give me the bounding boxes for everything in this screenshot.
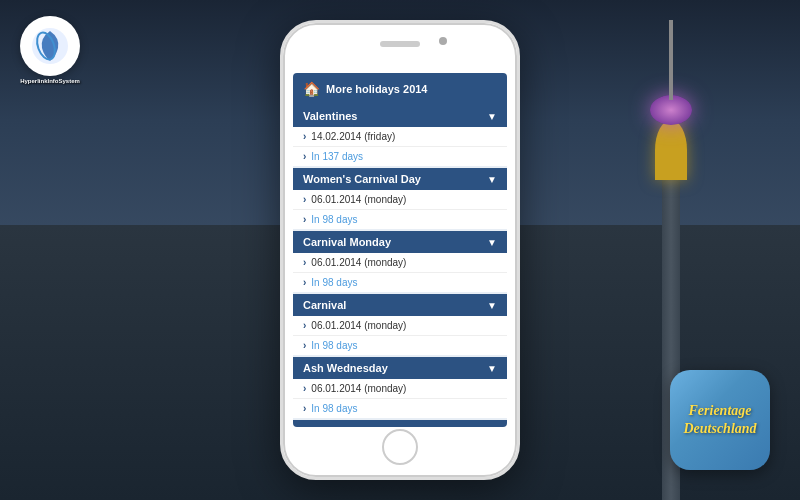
chevron-right-icon: › bbox=[303, 277, 306, 288]
rhine-tower-needle bbox=[669, 20, 673, 100]
holiday-days-item: › In 98 days bbox=[293, 273, 507, 292]
holiday-name: Women's Carnival Day bbox=[303, 173, 421, 185]
app-icon[interactable]: Ferientage Deutschland bbox=[670, 370, 770, 470]
holiday-section: Ash Wednesday ▼ › 06.01.2014 (monday) › … bbox=[293, 357, 507, 418]
company-logo: HyperlinkInfoSystem bbox=[10, 10, 90, 90]
holiday-section: Valentines ▼ › 14.02.2014 (friday) › In … bbox=[293, 105, 507, 166]
holiday-date: 06.01.2014 (monday) bbox=[311, 194, 406, 205]
holiday-days: In 98 days bbox=[311, 277, 357, 288]
holiday-date: 06.01.2014 (monday) bbox=[311, 257, 406, 268]
chevron-right-icon: › bbox=[303, 151, 306, 162]
holiday-header[interactable]: Valentines ▼ bbox=[293, 105, 507, 127]
dropdown-arrow-icon: ▼ bbox=[487, 237, 497, 248]
chevron-right-icon: › bbox=[303, 194, 306, 205]
holiday-items: › 06.01.2014 (monday) › In 98 days bbox=[293, 253, 507, 292]
holiday-name: Palm Sunday bbox=[303, 425, 372, 427]
holiday-days: In 137 days bbox=[311, 151, 363, 162]
holiday-items: › 06.01.2014 (monday) › In 98 days bbox=[293, 190, 507, 229]
chevron-right-icon: › bbox=[303, 320, 306, 331]
holiday-section: Women's Carnival Day ▼ › 06.01.2014 (mon… bbox=[293, 168, 507, 229]
dropdown-arrow-icon: ▼ bbox=[487, 426, 497, 428]
holiday-date: 14.02.2014 (friday) bbox=[311, 131, 395, 142]
holiday-section: Palm Sunday ▼ › 06.01.2014 (monday) › In… bbox=[293, 420, 507, 427]
holiday-name: Carnival bbox=[303, 299, 346, 311]
chevron-right-icon: › bbox=[303, 131, 306, 142]
phone-frame: 🏠 More holidays 2014 Valentines ▼ › 14.0… bbox=[280, 20, 520, 480]
chevron-right-icon: › bbox=[303, 383, 306, 394]
app-icon-line2: Deutschland bbox=[683, 421, 756, 436]
chevron-right-icon: › bbox=[303, 403, 306, 414]
chevron-right-icon: › bbox=[303, 340, 306, 351]
holiday-date: 06.01.2014 (monday) bbox=[311, 383, 406, 394]
home-icon: 🏠 bbox=[303, 81, 320, 97]
holiday-items: › 06.01.2014 (monday) › In 98 days bbox=[293, 379, 507, 418]
phone-wrapper: 🏠 More holidays 2014 Valentines ▼ › 14.0… bbox=[280, 20, 520, 480]
holiday-header[interactable]: Carnival ▼ bbox=[293, 294, 507, 316]
holiday-items: › 06.01.2014 (monday) › In 98 days bbox=[293, 316, 507, 355]
holidays-list: Valentines ▼ › 14.02.2014 (friday) › In … bbox=[293, 105, 507, 427]
holiday-header[interactable]: Palm Sunday ▼ bbox=[293, 420, 507, 427]
holiday-name: Carnival Monday bbox=[303, 236, 391, 248]
app-header: 🏠 More holidays 2014 bbox=[293, 73, 507, 105]
logo-svg bbox=[30, 26, 70, 66]
holiday-header[interactable]: Women's Carnival Day ▼ bbox=[293, 168, 507, 190]
holiday-days: In 98 days bbox=[311, 214, 357, 225]
holiday-header[interactable]: Ash Wednesday ▼ bbox=[293, 357, 507, 379]
phone-home-button[interactable] bbox=[382, 429, 418, 465]
app-header-title: More holidays 2014 bbox=[326, 83, 428, 95]
logo-text: HyperlinkInfoSystem bbox=[10, 78, 90, 85]
holiday-date-item: › 06.01.2014 (monday) bbox=[293, 253, 507, 273]
holiday-date-item: › 06.01.2014 (monday) bbox=[293, 316, 507, 336]
dropdown-arrow-icon: ▼ bbox=[487, 111, 497, 122]
phone-screen: 🏠 More holidays 2014 Valentines ▼ › 14.0… bbox=[293, 73, 507, 427]
holiday-section: Carnival ▼ › 06.01.2014 (monday) › In 98… bbox=[293, 294, 507, 355]
holiday-days-item: › In 98 days bbox=[293, 336, 507, 355]
phone-speaker bbox=[380, 41, 420, 47]
app-icon-line1: Ferientage bbox=[689, 403, 752, 418]
holiday-date-item: › 06.01.2014 (monday) bbox=[293, 379, 507, 399]
chevron-right-icon: › bbox=[303, 214, 306, 225]
dropdown-arrow-icon: ▼ bbox=[487, 363, 497, 374]
app-icon-text: Ferientage Deutschland bbox=[683, 402, 756, 438]
holiday-items: › 14.02.2014 (friday) › In 137 days bbox=[293, 127, 507, 166]
holiday-days-item: › In 137 days bbox=[293, 147, 507, 166]
dropdown-arrow-icon: ▼ bbox=[487, 174, 497, 185]
holiday-name: Valentines bbox=[303, 110, 357, 122]
phone-camera bbox=[439, 37, 447, 45]
logo-circle bbox=[20, 16, 80, 76]
holiday-days-item: › In 98 days bbox=[293, 399, 507, 418]
holiday-date-item: › 06.01.2014 (monday) bbox=[293, 190, 507, 210]
holiday-days: In 98 days bbox=[311, 340, 357, 351]
rhine-tower-top bbox=[655, 120, 687, 180]
dropdown-arrow-icon: ▼ bbox=[487, 300, 497, 311]
holiday-section: Carnival Monday ▼ › 06.01.2014 (monday) … bbox=[293, 231, 507, 292]
holiday-name: Ash Wednesday bbox=[303, 362, 388, 374]
holiday-date-item: › 14.02.2014 (friday) bbox=[293, 127, 507, 147]
app-content[interactable]: 🏠 More holidays 2014 Valentines ▼ › 14.0… bbox=[293, 73, 507, 427]
holiday-days-item: › In 98 days bbox=[293, 210, 507, 229]
holiday-date: 06.01.2014 (monday) bbox=[311, 320, 406, 331]
chevron-right-icon: › bbox=[303, 257, 306, 268]
holiday-days: In 98 days bbox=[311, 403, 357, 414]
holiday-header[interactable]: Carnival Monday ▼ bbox=[293, 231, 507, 253]
